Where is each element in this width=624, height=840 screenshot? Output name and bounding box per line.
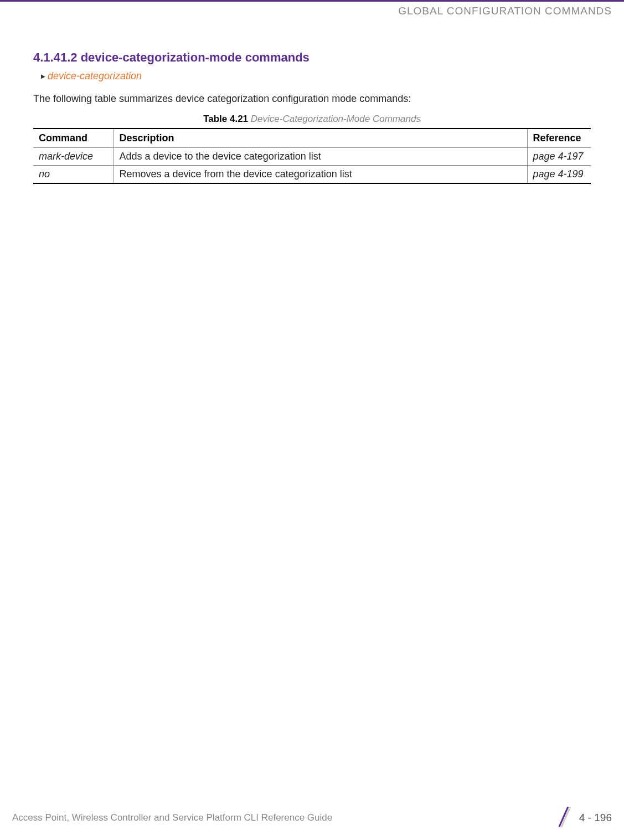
slash-icon: [556, 806, 571, 830]
table-row: mark-device Adds a device to the device …: [33, 148, 591, 166]
intro-paragraph: The following table summarizes device ca…: [33, 93, 591, 105]
reference-link[interactable]: page 4-197: [527, 148, 591, 166]
footer-right: 4 - 196: [556, 806, 612, 830]
section-heading: 4.1.41.2 device-categorization-mode comm…: [33, 50, 591, 65]
table-caption-number: Table 4.21: [203, 114, 248, 124]
command-description: Removes a device from the device categor…: [114, 166, 527, 184]
th-command: Command: [33, 129, 114, 148]
reference-link[interactable]: page 4-199: [527, 166, 591, 184]
th-reference: Reference: [527, 129, 591, 148]
page-footer: Access Point, Wireless Controller and Se…: [0, 806, 624, 830]
page-number: 4 - 196: [579, 812, 612, 824]
header-title: GLOBAL CONFIGURATION COMMANDS: [0, 2, 624, 17]
arrow-right-icon: ▶: [41, 73, 45, 79]
command-description: Adds a device to the device categorizati…: [114, 148, 527, 166]
table-caption-title: Device-Categorization-Mode Commands: [248, 114, 421, 124]
command-link[interactable]: no: [33, 166, 114, 184]
footer-guide-title: Access Point, Wireless Controller and Se…: [12, 812, 332, 823]
table-row: no Removes a device from the device cate…: [33, 166, 591, 184]
command-link[interactable]: mark-device: [33, 148, 114, 166]
th-description: Description: [114, 129, 527, 148]
page-header: GLOBAL CONFIGURATION COMMANDS: [0, 0, 624, 17]
breadcrumb-link[interactable]: device-categorization: [48, 70, 142, 82]
content-area: 4.1.41.2 device-categorization-mode comm…: [0, 17, 624, 184]
table-caption: Table 4.21 Device-Categorization-Mode Co…: [33, 114, 591, 125]
table-header-row: Command Description Reference: [33, 129, 591, 148]
commands-table: Command Description Reference mark-devic…: [33, 128, 591, 184]
breadcrumb: ▶ device-categorization: [41, 70, 591, 82]
